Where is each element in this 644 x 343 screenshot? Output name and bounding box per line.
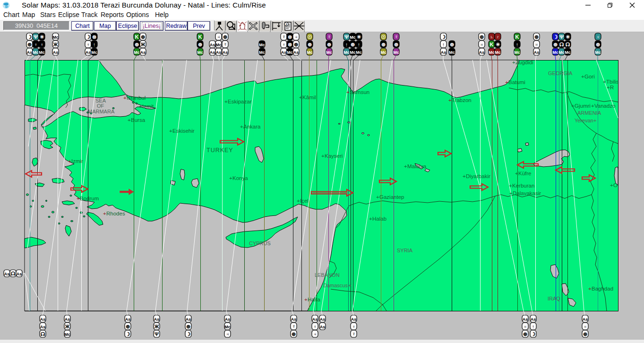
svg-text:Eskipazar: Eskipazar — [228, 99, 252, 104]
svg-text:+: + — [304, 297, 308, 302]
svg-text:Vanadzo: Vanadzo — [594, 103, 616, 109]
svg-text:As: As — [140, 50, 146, 55]
svg-text:⊕: ⊕ — [294, 42, 298, 47]
svg-text:MARMARA: MARMARA — [88, 109, 115, 114]
svg-text:Mc: Mc — [565, 50, 571, 55]
svg-text:☽: ☽ — [531, 331, 536, 337]
svg-text:Mc: Mc — [91, 50, 97, 55]
svg-text:Bursa: Bursa — [131, 117, 146, 123]
svg-text:+: + — [571, 103, 575, 109]
svg-text:Mc: Mc — [449, 50, 455, 55]
svg-text:K: K — [515, 34, 519, 40]
svg-text:+: + — [588, 286, 592, 292]
svg-text:Mc: Mc — [259, 43, 265, 47]
svg-text:As: As — [583, 317, 588, 322]
svg-text:+: + — [103, 211, 106, 216]
svg-text:As: As — [216, 50, 222, 55]
svg-text:☊: ☊ — [566, 42, 570, 47]
svg-text:+: + — [505, 79, 508, 85]
svg-text:⊕: ⊕ — [351, 42, 355, 47]
svg-text:CYPRUS: CYPRUS — [249, 240, 271, 246]
svg-text:+: + — [591, 103, 594, 109]
svg-text:♀: ♀ — [34, 42, 37, 47]
svg-text:+: + — [77, 196, 80, 201]
svg-text:As: As — [351, 317, 357, 322]
svg-text:K: K — [198, 34, 202, 40]
svg-text:GEORGIA: GEORGIA — [548, 70, 573, 76]
svg-text:IRAQ: IRAQ — [548, 296, 560, 301]
svg-text:☊: ☊ — [11, 271, 16, 276]
svg-text:Mc: Mc — [259, 50, 265, 55]
svg-text:Mc: Mc — [514, 50, 520, 55]
svg-text:☿: ☿ — [292, 324, 295, 329]
svg-text:♄: ♄ — [489, 34, 493, 40]
svg-text:♅: ♅ — [480, 42, 483, 47]
svg-text:As: As — [223, 50, 228, 55]
svg-text:☽: ☽ — [27, 34, 32, 40]
svg-text:As: As — [531, 317, 536, 322]
svg-text:+: + — [139, 103, 142, 109]
svg-text:+: + — [68, 158, 71, 164]
svg-text:+: + — [404, 163, 407, 169]
svg-text:☽: ☽ — [86, 34, 91, 40]
svg-text:⊕: ⊕ — [308, 42, 312, 47]
svg-text:Mc: Mc — [380, 50, 386, 55]
svg-text:SYRIA: SYRIA — [397, 248, 413, 253]
svg-text:⊗: ⊗ — [92, 34, 96, 40]
svg-text:⊕: ⊕ — [223, 34, 227, 40]
svg-text:⊗: ⊗ — [288, 42, 292, 47]
svg-text:As: As — [125, 317, 131, 322]
svg-text:Tbilis: Tbilis — [606, 79, 619, 85]
svg-text:⊕: ⊕ — [394, 42, 398, 47]
svg-text:Kâmil: Kâmil — [302, 94, 316, 100]
svg-text:Eskisehir: Eskisehir — [172, 128, 195, 134]
svg-text:As: As — [291, 317, 297, 322]
svg-text:☽: ☽ — [553, 34, 558, 40]
svg-text:As: As — [312, 317, 318, 322]
svg-text:Zugdidi: Zugdidi — [515, 60, 533, 65]
svg-text:As: As — [186, 317, 191, 322]
svg-text:Mc: Mc — [356, 50, 362, 55]
svg-text:Rhodes: Rhodes — [106, 211, 125, 216]
svg-text:+: + — [448, 97, 452, 103]
svg-text:Mc: Mc — [307, 50, 313, 55]
svg-text:+: + — [603, 79, 606, 85]
svg-text:Halab: Halab — [372, 216, 386, 222]
svg-text:♃: ♃ — [294, 34, 298, 40]
svg-text:+: + — [123, 95, 127, 101]
svg-text:As: As — [320, 325, 326, 329]
svg-text:↑: ↑ — [442, 42, 445, 47]
svg-text:♀: ♀ — [40, 42, 43, 47]
svg-text:⊕: ⊕ — [327, 42, 331, 47]
svg-text:♅: ♅ — [534, 42, 538, 47]
svg-text:☽: ☽ — [186, 331, 191, 337]
svg-text:↑: ↑ — [345, 42, 348, 47]
svg-text:Bodrum: Bodrum — [80, 196, 99, 201]
svg-text:As: As — [154, 317, 160, 322]
svg-text:+: + — [463, 173, 466, 179]
svg-text:⊕: ⊕ — [381, 42, 386, 47]
svg-text:+: + — [610, 182, 613, 188]
svg-text:☿: ☿ — [327, 34, 331, 40]
svg-text:Mc: Mc — [558, 50, 565, 55]
svg-text:As: As — [534, 50, 540, 55]
svg-text:TURKEY: TURKEY — [206, 147, 233, 154]
svg-text:+: + — [321, 153, 325, 159]
svg-text:Mc: Mc — [350, 35, 356, 40]
svg-text:Gjumri: Gjumri — [575, 103, 591, 109]
svg-text:As: As — [479, 50, 485, 55]
svg-text:♃: ♃ — [225, 331, 229, 337]
svg-text:+: + — [240, 124, 243, 129]
svg-text:⊕: ⊕ — [553, 42, 558, 47]
svg-text:Istanbul: Istanbul — [127, 95, 146, 101]
svg-text:↑: ↑ — [516, 42, 519, 47]
svg-text:+: + — [169, 128, 172, 134]
svg-text:As: As — [27, 50, 33, 55]
svg-text:+: + — [593, 118, 596, 123]
svg-text:♀: ♀ — [86, 42, 90, 47]
svg-text:As: As — [86, 50, 91, 55]
svg-text:+: + — [128, 117, 131, 123]
svg-text:Mc: Mc — [64, 332, 70, 337]
svg-text:Mc: Mc — [495, 50, 501, 55]
svg-text:+: + — [376, 194, 379, 200]
